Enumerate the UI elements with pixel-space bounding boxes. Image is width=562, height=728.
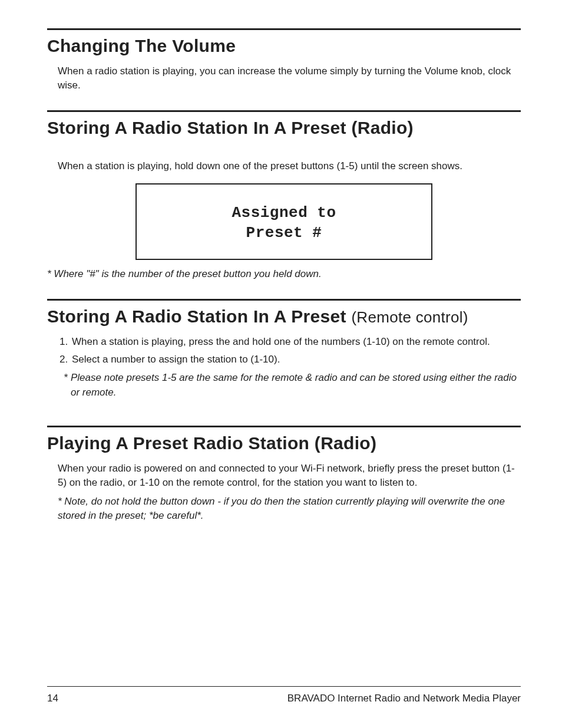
lcd-line-1: Assigned to [143,203,425,223]
heading-play-preset: Playing A Preset Radio Station (Radio) [47,433,521,453]
note-store-radio: * Where "#" is the number of the preset … [47,267,521,281]
heading-store-remote-main: Storing A Radio Station In A Preset [47,307,351,326]
section-rule [47,299,521,301]
section-rule [47,28,521,30]
note-store-remote-text: Please note presets 1-5 are the same for… [71,372,517,398]
steps-store-remote: When a station is playing, press the and… [47,335,521,371]
step-item: When a station is playing, press the and… [71,335,521,350]
heading-store-radio: Storing A Radio Station In A Preset (Rad… [47,118,521,138]
body-play-preset: When your radio is powered on and connec… [47,462,521,490]
section-rule [47,110,521,112]
section-rule [47,426,521,427]
body-store-radio: When a station is playing, hold down one… [47,159,521,173]
heading-store-remote-paren: (Remote control) [351,308,468,326]
step-item: Select a number to assign the station to… [71,353,521,367]
note-play-preset: * Note, do not hold the button down - if… [47,495,521,523]
lcd-screen-example: Assigned to Preset # [135,183,432,260]
footer-title: BRAVADO Internet Radio and Network Media… [287,693,521,704]
heading-changing-volume: Changing The Volume [47,36,521,56]
heading-store-remote: Storing A Radio Station In A Preset (Rem… [47,307,521,327]
page-number: 14 [47,693,58,704]
note-store-remote: *Please note presets 1-5 are the same fo… [47,371,521,400]
document-page: Changing The Volume When a radio station… [0,0,562,728]
lcd-line-2: Preset # [143,223,425,243]
body-changing-volume: When a radio station is playing, you can… [47,64,521,93]
page-footer: 14 BRAVADO Internet Radio and Network Me… [47,686,521,704]
